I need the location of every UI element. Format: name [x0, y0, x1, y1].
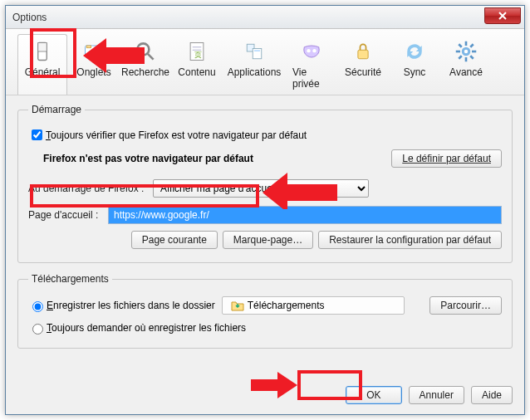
tab-contenu[interactable]: 页 Contenu: [172, 34, 222, 95]
tab-securite[interactable]: Sécurité: [338, 34, 388, 95]
save-to-folder-label: Enregistrer les fichiers dans le dossier: [47, 300, 215, 311]
svg-marker-28: [263, 173, 337, 209]
startup-legend: Démarrage: [28, 104, 85, 115]
help-button[interactable]: Aide: [471, 386, 513, 404]
tab-vieprivee-label: Vie privée: [292, 66, 331, 90]
mask-icon: [300, 38, 323, 65]
annotation-arrow-homepage: [263, 154, 342, 209]
svg-line-24: [470, 44, 474, 47]
on-start-label: Au démarrage de Firefox :: [28, 183, 148, 194]
svg-line-22: [459, 44, 462, 47]
svg-rect-1: [38, 43, 47, 52]
apps-icon: [243, 38, 266, 65]
download-folder-name: Téléchargements: [248, 300, 325, 311]
restore-default-button[interactable]: Restaurer la configuration par défaut: [318, 231, 502, 249]
always-check-label: Toujours vérifier que Firefox est votre …: [46, 129, 307, 141]
always-ask-radio[interactable]: [32, 324, 43, 335]
svg-rect-16: [358, 50, 368, 59]
save-to-folder-radio[interactable]: [32, 301, 43, 312]
set-default-button[interactable]: Le définir par défaut: [391, 149, 502, 168]
always-ask-label: Toujours demander où enregistrer les fic…: [47, 322, 246, 334]
close-button[interactable]: [484, 7, 521, 24]
annotation-arrow-general: [83, 33, 150, 78]
tab-avance-label: Avancé: [449, 66, 483, 78]
cancel-button[interactable]: Annuler: [409, 386, 464, 404]
svg-point-15: [312, 49, 316, 52]
use-bookmark-button[interactable]: Marque-page…: [223, 231, 313, 249]
browse-button[interactable]: Parcourir…: [429, 296, 502, 315]
downloads-legend: Téléchargements: [28, 273, 112, 285]
close-icon: [498, 12, 507, 20]
svg-rect-13: [254, 50, 260, 51]
homepage-label: Page d'accueil :: [28, 209, 103, 221]
ok-button[interactable]: OK: [346, 386, 401, 404]
lock-icon: [351, 38, 375, 65]
content-pane: Démarrage Toujours vérifier que Firefox …: [6, 95, 524, 367]
tab-applications-label: Applications: [228, 66, 282, 78]
annotation-arrow-ok: [248, 370, 297, 400]
tab-sync[interactable]: Sync: [390, 34, 439, 95]
document-icon: 页: [185, 38, 209, 65]
use-current-page-button[interactable]: Page courante: [131, 231, 218, 249]
tab-securite-label: Sécurité: [345, 66, 381, 78]
svg-marker-27: [83, 38, 145, 73]
switch-icon: [31, 38, 54, 65]
tab-sync-label: Sync: [404, 66, 426, 78]
always-check-checkbox[interactable]: [32, 129, 42, 140]
svg-point-14: [307, 49, 310, 52]
download-folder-field[interactable]: Téléchargements: [222, 296, 405, 315]
tab-avance[interactable]: Avancé: [441, 34, 491, 95]
svg-text:页: 页: [194, 51, 202, 59]
not-default-text: Firefox n'est pas votre navigateur par d…: [43, 153, 253, 164]
titlebar: Options: [6, 6, 524, 29]
sync-icon: [403, 38, 426, 65]
folder-icon: [231, 299, 244, 312]
svg-line-25: [459, 56, 462, 59]
tab-applications[interactable]: Applications: [223, 34, 285, 95]
svg-marker-29: [251, 372, 297, 398]
tab-general-label: Général: [25, 66, 61, 78]
downloads-group: Téléchargements Enregistrer les fichiers…: [17, 273, 513, 349]
svg-point-26: [464, 50, 468, 53]
gear-icon: [454, 38, 478, 65]
tab-contenu-label: Contenu: [178, 66, 215, 78]
svg-line-23: [470, 56, 474, 59]
tab-vieprivee[interactable]: Vie privée: [287, 34, 336, 95]
tab-general[interactable]: Général: [17, 34, 67, 95]
window-title: Options: [12, 12, 47, 23]
